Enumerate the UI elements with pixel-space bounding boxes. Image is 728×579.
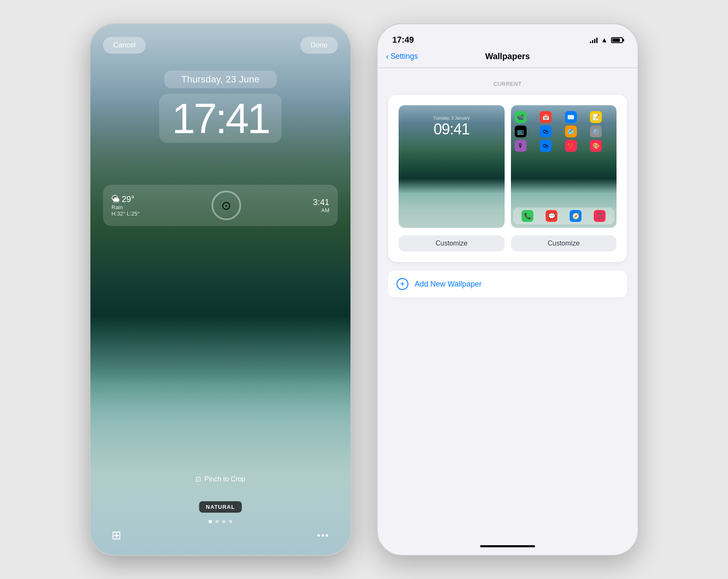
app-icon-settings[interactable]: ⚙️ bbox=[590, 126, 602, 137]
app-icon-facetime[interactable]: 📹 bbox=[515, 111, 527, 123]
app-icon-store[interactable]: 🛍 bbox=[540, 140, 551, 152]
customize-lock-button[interactable]: Customize bbox=[399, 235, 505, 251]
phone-left: Cancel Done Thursday, 23 June 17:41 🌦 29… bbox=[90, 23, 351, 556]
wallpaper-previews: Tuesday, 3 January 09:41 📹 📅 ✉️ 📝 bbox=[399, 105, 617, 228]
bar-3 bbox=[594, 39, 595, 43]
page-dots bbox=[209, 520, 232, 523]
home-screen-preview[interactable]: 📹 📅 ✉️ 📝 📺 🛍 🗺️ ⚙️ 🎙 🛍 ❤️ bbox=[511, 105, 617, 228]
battery-icon bbox=[611, 37, 623, 43]
alarm-widget[interactable]: 3:41 AM bbox=[313, 197, 329, 213]
crop-icon: ⊡ bbox=[196, 475, 201, 483]
app-icon-tv[interactable]: 📺 bbox=[515, 126, 527, 137]
wallpapers-content: CURRENT Tuesday, 3 January 09:41 bbox=[378, 68, 638, 310]
cancel-button[interactable]: Cancel bbox=[103, 37, 146, 54]
bar-4 bbox=[596, 38, 598, 43]
date-widget[interactable]: Thursday, 23 June bbox=[164, 71, 277, 88]
status-time: 17:49 bbox=[392, 35, 414, 45]
customize-home-wrap: Customize bbox=[511, 235, 617, 251]
app-grid: 📹 📅 ✉️ 📝 📺 🛍 🗺️ ⚙️ 🎙 🛍 ❤️ bbox=[513, 109, 615, 153]
status-bar: 17:49 ▲ bbox=[378, 24, 638, 47]
dock-music[interactable]: 🎵 bbox=[594, 210, 606, 222]
customize-buttons-row: Customize Customize bbox=[399, 235, 617, 251]
alarm-time: 3:41 bbox=[313, 197, 329, 207]
bar-1 bbox=[590, 41, 591, 43]
dot-1[interactable] bbox=[209, 520, 212, 523]
app-icon-mail[interactable]: ✉️ bbox=[565, 111, 577, 123]
app-icon-clips[interactable]: 🎨 bbox=[590, 140, 602, 152]
add-plus-icon: + bbox=[397, 278, 408, 290]
weather-temp: 29° bbox=[122, 194, 134, 204]
current-wallpaper-card: Tuesday, 3 January 09:41 📹 📅 ✉️ 📝 bbox=[388, 95, 627, 262]
preview-lock-time: 09:41 bbox=[434, 122, 470, 137]
customize-lock-wrap: Customize bbox=[399, 235, 505, 251]
weather-widget[interactable]: 🌦 29° Rain H:32° L:25° bbox=[111, 194, 140, 217]
app-icon-health[interactable]: ❤️ bbox=[565, 140, 577, 152]
app-icon-podcasts[interactable]: 🎙 bbox=[515, 140, 527, 152]
photos-icon[interactable]: ⊞ bbox=[111, 528, 121, 542]
dock-phone[interactable]: 📞 bbox=[522, 210, 533, 222]
app-icon-calendar[interactable]: 📅 bbox=[540, 111, 551, 123]
more-options-icon[interactable]: ••• bbox=[317, 530, 329, 541]
dock-safari[interactable]: 🧭 bbox=[570, 210, 581, 222]
date-text: Thursday, 23 June bbox=[181, 74, 260, 85]
main-container: Cancel Done Thursday, 23 June 17:41 🌦 29… bbox=[0, 0, 728, 579]
back-label[interactable]: Settings bbox=[391, 52, 418, 61]
nav-bar: ‹ Settings Wallpapers bbox=[378, 47, 638, 68]
dot-3[interactable] bbox=[222, 520, 225, 523]
home-indicator bbox=[480, 545, 535, 547]
page-title: Wallpapers bbox=[485, 52, 530, 61]
weather-hl: H:32° L:25° bbox=[111, 210, 140, 217]
add-wallpaper-label: Add New Wallpaper bbox=[415, 280, 481, 289]
pinch-to-crop-hint: ⊡ Pinch to Crop bbox=[196, 475, 245, 483]
dock-messages[interactable]: 💬 bbox=[546, 210, 557, 222]
chevron-left-icon: ‹ bbox=[386, 52, 389, 61]
weather-desc: Rain bbox=[111, 204, 140, 210]
dot-4[interactable] bbox=[229, 520, 232, 523]
natural-badge: NATURAL bbox=[199, 501, 242, 513]
bar-2 bbox=[592, 40, 593, 43]
widgets-row[interactable]: 🌦 29° Rain H:32° L:25° ⊙ 3:41 AM bbox=[103, 185, 338, 226]
wifi-icon: ▲ bbox=[601, 36, 608, 44]
lock-screen-preview[interactable]: Tuesday, 3 January 09:41 bbox=[399, 105, 505, 228]
signal-icon bbox=[590, 37, 598, 43]
bottom-bar: ⊞ ••• bbox=[90, 528, 350, 542]
app-icon-notes[interactable]: 📝 bbox=[590, 111, 602, 123]
lock-screen-bg: Tuesday, 3 January 09:41 bbox=[399, 105, 505, 228]
battery-fill bbox=[612, 38, 620, 42]
activity-widget[interactable]: ⊙ bbox=[212, 191, 241, 220]
current-section-header: CURRENT bbox=[388, 81, 627, 87]
back-button[interactable]: ‹ Settings bbox=[386, 52, 418, 61]
dot-2[interactable] bbox=[215, 520, 219, 523]
home-screen-bg: 📹 📅 ✉️ 📝 📺 🛍 🗺️ ⚙️ 🎙 🛍 ❤️ bbox=[511, 105, 617, 228]
time-text: 17:41 bbox=[172, 95, 269, 142]
activity-rings-icon: ⊙ bbox=[221, 199, 231, 213]
time-widget[interactable]: 17:41 bbox=[159, 94, 282, 143]
alarm-ampm: AM bbox=[313, 207, 329, 213]
status-icons: ▲ bbox=[590, 36, 623, 44]
app-icon-appstore[interactable]: 🛍 bbox=[540, 126, 551, 137]
dock: 📞 💬 🧭 🎵 bbox=[513, 208, 615, 224]
weather-icon: 🌦 bbox=[111, 194, 120, 204]
done-button[interactable]: Done bbox=[300, 37, 338, 54]
preview-lock-date: Tuesday, 3 January bbox=[433, 116, 470, 120]
customize-home-button[interactable]: Customize bbox=[511, 235, 617, 251]
top-buttons-row: Cancel Done bbox=[90, 37, 350, 54]
add-wallpaper-card[interactable]: + Add New Wallpaper bbox=[388, 270, 627, 298]
phone-right: 17:49 ▲ ‹ Settings Wallpapers bbox=[377, 23, 638, 556]
app-icon-maps[interactable]: 🗺️ bbox=[565, 126, 577, 137]
